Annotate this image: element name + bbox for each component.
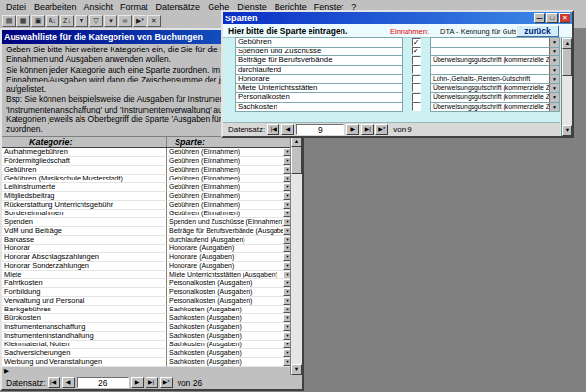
kategorie-cell[interactable]: Miete [2, 271, 167, 279]
sparte-combo[interactable]: Sachkosten (Ausgaben) ▼ [167, 349, 292, 358]
dropdown-arrow-icon[interactable]: ▼ [549, 56, 559, 65]
sparte-combo[interactable]: Sachkosten (Ausgaben) ▼ [167, 306, 292, 314]
kategorie-cell[interactable]: Fortbildung [2, 288, 167, 297]
last-record-button[interactable]: ▶| [146, 377, 158, 388]
kategorie-cell[interactable]: Mitgliedsbeitrag [2, 192, 167, 201]
new-record-button[interactable]: ▶* [375, 124, 388, 135]
kategorie-cell[interactable]: Werbung und Veranstaltungen [2, 358, 167, 367]
sparte-combo[interactable]: Personalkosten (Ausgaben) ▼ [167, 288, 292, 297]
find-icon[interactable]: ∞ [118, 15, 132, 27]
dropdown-arrow-icon[interactable]: ▼ [549, 38, 559, 47]
record-selector[interactable] [223, 102, 235, 113]
previous-record-button[interactable]: ◀ [62, 377, 75, 388]
dropdown-arrow-icon[interactable]: ▼ [549, 84, 559, 93]
dropdown-arrow-icon[interactable]: ▼ [549, 75, 559, 83]
print-icon[interactable]: ▦ [16, 15, 30, 27]
kategorie-cell[interactable]: Rückerstattung Unterrichtsgebühr [2, 201, 167, 210]
next-record-button[interactable]: ▶ [131, 377, 144, 388]
new-record-row[interactable]: ▶ [2, 367, 292, 375]
sparte-combo[interactable]: Beiträge für Berufsverbände (Ausgaben) ▼ [167, 227, 292, 236]
dta-combo[interactable]: Überweisungsgutschrift (kommerzielle Zah… [430, 102, 560, 113]
sort-ascending-icon[interactable]: A↓ [46, 15, 59, 27]
filter-by-form-icon[interactable]: ▽ [89, 15, 103, 27]
dropdown-arrow-icon[interactable]: ▼ [549, 48, 559, 56]
close-icon[interactable]: ✕ [559, 13, 570, 23]
scroll-down-icon[interactable]: ▼ [562, 125, 572, 136]
sparte-combo[interactable]: Honorare (Ausgaben) ▼ [167, 262, 292, 271]
scrollbar-thumb[interactable] [291, 147, 302, 174]
back-button[interactable]: zurück [516, 25, 559, 37]
kategorie-cell[interactable]: Instrumentenanschaffung [2, 323, 167, 332]
sparte-combo[interactable]: Gebühren (Einnahmen) ▼ [167, 148, 292, 157]
kategorie-cell[interactable]: Gebühren (Musikschule Musterstadt) [2, 175, 167, 183]
first-record-button[interactable]: |◀ [267, 124, 279, 135]
sparten-window-titlebar[interactable]: Sparten — □ ✕ [223, 12, 572, 24]
record-number-input[interactable]: 9 [296, 124, 344, 135]
sparte-combo[interactable]: Gebühren (Einnahmen) ▼ [167, 210, 292, 218]
menu-item[interactable]: Bearbeiten [30, 0, 81, 14]
kategorie-cell[interactable]: Honorar Sonderzahlungen [2, 262, 167, 271]
scrollbar-thumb[interactable] [562, 49, 572, 76]
kategorie-cell[interactable]: Spenden [2, 218, 167, 227]
scrollbar-track[interactable] [562, 49, 572, 125]
menu-item[interactable]: Datei [2, 0, 30, 14]
new-record-button[interactable]: ▶* [160, 377, 173, 388]
sparte-combo[interactable]: Sachkosten (Ausgaben) ▼ [167, 314, 292, 323]
delete-record-icon[interactable]: ✕ [147, 15, 161, 27]
apply-filter-icon[interactable]: ▾ [104, 15, 117, 27]
sparte-combo[interactable]: Honorare (Ausgaben) ▼ [167, 253, 292, 262]
sparte-combo[interactable]: Gebühren (Einnahmen) ▼ [167, 201, 292, 210]
kategorie-cell[interactable]: Honorar [2, 245, 167, 253]
kategorie-cell[interactable]: Bürokosten [2, 314, 167, 323]
scrollbar-track[interactable] [291, 147, 302, 364]
sparte-combo[interactable]: Sachkosten (Ausgaben) ▼ [167, 341, 292, 349]
next-record-button[interactable]: ▶ [346, 124, 359, 135]
sparte-combo[interactable]: Gebühren (Einnahmen) ▼ [167, 175, 292, 183]
sparte-combo[interactable]: Miete Unterrichtsstätten (Ausgaben) ▼ [167, 271, 292, 279]
sparte-combo[interactable]: Sachkosten (Ausgaben) ▼ [167, 332, 292, 341]
sparte-combo[interactable]: Gebühren (Einnahmen) ▼ [167, 157, 292, 166]
sparte-combo[interactable]: Gebühren (Einnahmen) ▼ [167, 183, 292, 192]
last-record-button[interactable]: ▶| [361, 124, 374, 135]
kategorie-cell[interactable]: Sachversicherungen [2, 349, 167, 358]
sparte-name-field[interactable]: Sachkosten [235, 102, 403, 113]
sparte-combo[interactable]: Gebühren (Einnahmen) ▼ [167, 192, 292, 201]
sparte-combo[interactable]: Sachkosten (Ausgaben) ▼ [167, 358, 292, 367]
minimize-icon[interactable]: — [534, 13, 545, 23]
filter-by-selection-icon[interactable]: ▼ [75, 15, 88, 27]
dropdown-arrow-icon[interactable]: ▼ [549, 103, 559, 112]
kategorie-cell[interactable]: Leihinstrumente [2, 183, 167, 192]
kategorie-cell[interactable]: VdM und Beiträge [2, 227, 167, 236]
einnahmen-checkbox[interactable]: ✓ [403, 102, 430, 113]
sparte-combo[interactable]: Spenden und Zuschüsse (Einnahmen) ▼ [167, 218, 292, 227]
kategorie-cell[interactable]: Verwaltung und Personal [2, 297, 167, 306]
sort-descending-icon[interactable]: Z↓ [60, 15, 74, 27]
scroll-up-icon[interactable]: ▲ [562, 38, 572, 49]
record-number-input[interactable]: 26 [77, 377, 129, 388]
menu-item[interactable]: Ansicht [81, 0, 117, 14]
kategorie-cell[interactable]: Barkasse [2, 236, 167, 245]
kategorie-cell[interactable]: Gebühren [2, 166, 167, 175]
sparte-combo[interactable]: Personalkosten (Ausgaben) ▼ [167, 297, 292, 306]
vertical-scrollbar[interactable]: ▲ ▼ [290, 136, 302, 375]
menu-item[interactable]: Datensätze [152, 0, 205, 14]
maximize-icon[interactable]: □ [546, 13, 558, 23]
dropdown-arrow-icon[interactable]: ▼ [549, 66, 559, 75]
sparte-combo[interactable]: Gebühren (Einnahmen) ▼ [167, 166, 292, 175]
kategorie-cell[interactable]: Aufnahmegebühren [2, 148, 167, 157]
kategorie-cell[interactable]: Instrumenteninstandhaltung [2, 332, 167, 341]
save-icon[interactable]: ▣ [31, 15, 45, 27]
sparte-combo[interactable]: Honorare (Ausgaben) ▼ [167, 245, 292, 253]
previous-record-button[interactable]: ◀ [281, 124, 294, 135]
new-record-icon[interactable]: ▶* [133, 15, 146, 27]
print-preview-icon[interactable]: ▤ [2, 15, 16, 27]
first-record-button[interactable]: |◀ [48, 377, 60, 388]
kategorie-cell[interactable]: Fahrtkosten [2, 279, 167, 288]
kategorie-cell[interactable]: Bankgebühren [2, 306, 167, 314]
sparte-combo[interactable]: Sachkosten (Ausgaben) ▼ [167, 323, 292, 332]
menu-item[interactable]: Format [116, 0, 152, 14]
vertical-scrollbar[interactable]: ▲ ▼ [561, 38, 572, 136]
kategorie-cell[interactable]: Fördermitgliedschaft [2, 157, 167, 166]
scroll-down-icon[interactable]: ▼ [291, 364, 302, 375]
sparte-combo[interactable]: Personalkosten (Ausgaben) ▼ [167, 279, 292, 288]
